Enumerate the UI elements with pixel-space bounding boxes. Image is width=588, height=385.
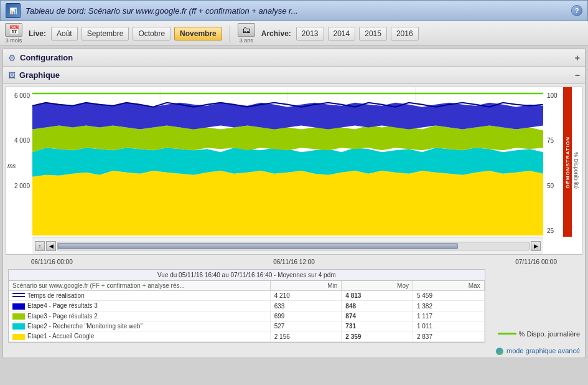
- y-left-0: [9, 227, 30, 234]
- table-row: Etape3 - Page résultats 26998741 117: [9, 311, 484, 321]
- x-axis: 06/11/16 00:00 06/11/16 12:00 07/11/16 0…: [3, 257, 585, 267]
- graph-icon: 🖼: [8, 71, 16, 80]
- table-row: Etape1 - Accueil Google2 1562 3592 837: [9, 331, 484, 341]
- table-row: Etape2 - Recherche "Monitoring site web"…: [9, 321, 484, 331]
- year-2016-button[interactable]: 2016: [391, 27, 419, 40]
- row-max: 2 837: [413, 331, 484, 341]
- row-min: 2 156: [270, 331, 342, 341]
- data-table-wrapper: Vue du 05/11/16 16:40 au 07/11/16 16:40 …: [8, 269, 485, 343]
- color-swatch: [12, 334, 25, 340]
- year-2015-button[interactable]: 2015: [359, 27, 387, 40]
- row-moy: 848: [342, 301, 413, 311]
- chart-scrollbar[interactable]: ↑ ◀ ▶: [32, 237, 543, 254]
- graphique-title: Graphique: [19, 70, 575, 80]
- color-swatch: [12, 323, 25, 330]
- row-max: 1 117: [413, 311, 484, 321]
- row-label: Etape4 - Page résultats 3: [27, 302, 98, 309]
- dispo-legend-label: % Dispo. journalière: [519, 330, 580, 338]
- live-icon-group: 📅 3 mois: [5, 23, 22, 44]
- row-moy: 2 359: [342, 331, 413, 341]
- year-2013-button[interactable]: 2013: [296, 27, 324, 40]
- color-swatch: [12, 303, 25, 310]
- scroll-left-button[interactable]: ↑: [35, 241, 45, 251]
- x-label-2: 07/11/16 00:00: [515, 259, 557, 265]
- live-calendar-icon: 📅: [5, 23, 22, 37]
- row-max: 5 459: [413, 291, 484, 301]
- svg-marker-7: [32, 171, 543, 235]
- y-left-4000: 4 000: [9, 137, 30, 144]
- row-label: Temps de réalisation: [27, 292, 85, 299]
- app-icon: 📊: [6, 3, 21, 18]
- dispo-legend-item: % Dispo. journalière: [498, 330, 580, 338]
- advanced-link[interactable]: mode graphique avancé: [506, 347, 580, 354]
- month-aout-button[interactable]: Août: [51, 27, 78, 40]
- month-octobre-button[interactable]: Octobre: [133, 27, 170, 40]
- y-left-2000: 2 000: [9, 183, 30, 189]
- configuration-title: Configuration: [20, 53, 575, 62]
- y-left-6000: 6 000: [9, 92, 30, 99]
- demo-banner: DÉMONSTRATION: [563, 87, 572, 237]
- month-septembre-button[interactable]: Septembre: [82, 27, 129, 40]
- graphique-toggle[interactable]: −: [575, 70, 580, 80]
- col-header-min: Min: [270, 281, 342, 291]
- main-panel: ⚙ Configuration + 🖼 Graphique − 6 000 4 …: [2, 49, 586, 358]
- title-bar: 📊 Tableau de bord: Scénario sur www.goog…: [0, 0, 588, 21]
- col-header-max: Max: [413, 281, 484, 291]
- scroll-track[interactable]: [57, 242, 530, 250]
- scroll-right-button[interactable]: ▶: [531, 241, 541, 251]
- row-label: Etape3 - Page résultats 2: [27, 313, 98, 320]
- legend-right: % Dispo. journalière: [498, 269, 580, 343]
- col-header-label: Scénario sur www.google.fr (FF + confirm…: [9, 281, 270, 291]
- row-max: 1 382: [413, 301, 484, 311]
- row-moy: 874: [342, 311, 413, 321]
- row-min: 699: [270, 311, 342, 321]
- live-icon-label: 3 mois: [6, 37, 22, 44]
- configuration-toggle[interactable]: +: [575, 53, 580, 63]
- row-min: 633: [270, 301, 342, 311]
- table-header: Vue du 05/11/16 16:40 au 07/11/16 16:40 …: [9, 270, 485, 281]
- row-moy: 4 813: [342, 291, 413, 301]
- x-label-1: 06/11/16 12:00: [273, 259, 315, 265]
- dispo-legend-line: [498, 333, 516, 335]
- row-moy: 731: [342, 321, 413, 331]
- chart-svg: [32, 87, 543, 235]
- legend-area: Vue du 05/11/16 16:40 au 07/11/16 16:40 …: [3, 267, 585, 345]
- archive-icon-group: 🗂 3 ans: [238, 23, 255, 44]
- color-swatch: [12, 313, 25, 320]
- toolbar: 📅 3 mois Live: Août Septembre Octobre No…: [0, 21, 588, 46]
- y-right-label: % Disponibilité: [572, 104, 581, 237]
- graphique-section-header: 🖼 Graphique −: [3, 67, 585, 84]
- color-swatch: [12, 293, 25, 299]
- configuration-section-header: ⚙ Configuration +: [3, 49, 585, 67]
- data-table: Scénario sur www.google.fr (FF + confirm…: [9, 281, 485, 342]
- table-row: Etape4 - Page résultats 36338481 382: [9, 301, 484, 311]
- live-label: Live:: [29, 29, 46, 38]
- globe-icon: [496, 348, 503, 355]
- y-left-ms-label: ms: [7, 163, 16, 169]
- scroll-prev-button[interactable]: ◀: [46, 241, 56, 251]
- toolbar-separator: [230, 25, 230, 42]
- month-novembre-button[interactable]: Novembre: [174, 27, 222, 40]
- scroll-thumb[interactable]: [58, 243, 458, 249]
- advanced-link-area: mode graphique avancé: [3, 345, 585, 358]
- row-label: Etape2 - Recherche "Monitoring site web": [27, 323, 142, 330]
- chart-area: 6 000 4 000 2 000 ms: [6, 87, 582, 255]
- chart-svg-container: [32, 87, 543, 235]
- row-min: 4 210: [270, 291, 342, 301]
- archive-calendar-icon: 🗂: [238, 23, 255, 37]
- archive-label: Archive:: [261, 29, 291, 38]
- year-2014-button[interactable]: 2014: [328, 27, 356, 40]
- row-min: 527: [270, 321, 342, 331]
- page-title: Tableau de bord: Scénario sur www.google…: [26, 6, 566, 16]
- x-label-0: 06/11/16 00:00: [31, 259, 73, 265]
- archive-icon-label: 3 ans: [240, 37, 253, 44]
- row-max: 1 011: [413, 321, 484, 331]
- svg-marker-9: [32, 125, 543, 152]
- gear-icon: ⚙: [8, 53, 16, 63]
- table-row: Temps de réalisation4 2104 8135 459: [9, 291, 484, 301]
- help-button[interactable]: ?: [571, 5, 582, 16]
- row-label: Etape1 - Accueil Google: [27, 333, 94, 340]
- col-header-moy: Moy: [342, 281, 413, 291]
